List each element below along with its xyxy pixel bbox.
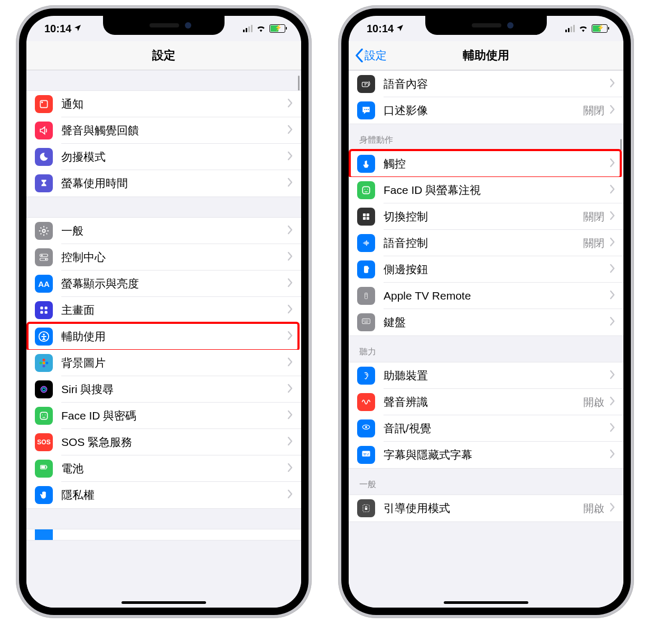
accessibility-row-touch[interactable]: 觸控 [349,150,623,177]
nav-header: 設定 [26,41,301,70]
keyboard-icon [357,313,375,331]
svg-point-2 [42,229,45,232]
battery-icon [35,460,53,478]
accessibility-row-soundrecog[interactable]: 聲音辨識開啟 [349,389,623,415]
hearing-icon [357,367,375,385]
section-header-hearing: 聽力 [349,336,623,362]
svg-point-44 [367,296,367,296]
settings-row-accessibility[interactable]: 輔助使用 [26,323,301,350]
settings-row-display[interactable]: AA螢幕顯示與亮度 [26,271,301,297]
status-time: 10:14 [367,23,394,35]
svg-rect-21 [40,412,47,419]
chevron-right-icon [287,151,293,163]
chevron-right-icon [610,370,615,381]
chevron-right-icon [287,463,293,474]
accessibility-icon [35,328,53,346]
svg-rect-26 [41,466,45,469]
chevron-right-icon [287,251,293,263]
accessibility-row-sidebutton[interactable]: 側邊按鈕 [349,256,623,283]
row-label: Apple TV Remote [384,290,610,302]
row-label: 語音內容 [384,77,610,91]
accessibility-row-hearing[interactable]: 助聽裝置 [349,362,623,389]
homescreen-icon [35,301,53,319]
settings-row-dnd[interactable]: 勿擾模式 [26,144,301,170]
settings-row-appstore[interactable] [26,529,301,540]
svg-point-1 [41,101,43,103]
svg-point-47 [365,426,367,428]
settings-row-sounds[interactable]: 聲音與觸覺回饋 [26,117,301,144]
soundrecog-icon [357,393,375,411]
settings-row-controlcenter[interactable]: 控制中心 [26,244,301,271]
row-detail: 開啟 [583,395,604,409]
content-right[interactable]: 語音內容口述影像關閉 身體動作 觸控Face ID 與螢幕注視切換控制關閉語音控… [349,70,623,608]
svg-rect-27 [362,82,369,87]
home-indicator[interactable] [122,601,206,604]
nav-header: 設定 輔助使用 [349,41,623,70]
settings-row-screentime[interactable]: 螢幕使用時間 [26,170,301,197]
svg-rect-40 [368,267,369,269]
row-label: 聲音辨識 [384,395,583,409]
settings-row-notifications[interactable]: 通知 [26,90,301,117]
accessibility-row-subtitles[interactable]: 字幕與隱藏式字幕 [349,442,623,469]
cellular-icon [565,25,575,32]
sos-icon: SOS [35,433,53,451]
phone-mockup-right: 10:14 ⚡ 設定 輔助使用 語音內容口述影像關閉 身體動作 觸控Face I… [338,5,634,618]
svg-rect-34 [363,213,366,216]
faceattn-icon [357,181,375,199]
back-button[interactable]: 設定 [355,48,387,63]
chevron-right-icon [610,502,615,514]
row-label: 主畫面 [61,303,287,318]
accessibility-row-guided[interactable]: 引導使用模式開啟 [349,495,623,522]
chevron-right-icon [610,316,615,328]
row-detail: 關閉 [583,210,604,224]
row-label: Siri 與搜尋 [61,382,287,397]
svg-point-16 [40,362,42,365]
row-label: 觸控 [384,156,610,171]
row-label: 音訊/視覺 [384,421,610,436]
svg-rect-10 [45,311,48,314]
settings-row-wallpaper[interactable]: 背景圖片 [26,350,301,376]
row-label: SOS 緊急服務 [61,435,287,450]
row-label: 控制中心 [61,250,287,265]
accessibility-row-audiodesc[interactable]: 口述影像關閉 [349,97,623,124]
svg-point-6 [45,258,46,260]
svg-rect-37 [367,217,369,220]
general-icon [35,222,53,240]
home-indicator[interactable] [444,601,528,604]
svg-point-32 [365,189,366,190]
settings-row-sos[interactable]: SOSSOS 緊急服務 [26,429,301,455]
accessibility-row-appletv[interactable]: Apple TV Remote [349,283,623,309]
row-label: 螢幕顯示與亮度 [61,276,287,291]
status-time: 10:14 [44,23,71,35]
settings-row-homescreen[interactable]: 主畫面 [26,297,301,323]
svg-point-42 [366,294,367,295]
content-left[interactable]: 通知聲音與觸覺回饋勿擾模式螢幕使用時間 一般控制中心AA螢幕顯示與亮度主畫面輔助… [26,70,301,608]
svg-rect-25 [46,466,47,468]
settings-row-faceid[interactable]: Face ID 與密碼 [26,403,301,429]
notch [425,16,547,35]
accessibility-row-audiovisual[interactable]: 音訊/視覺 [349,415,623,442]
accessibility-row-faceattn[interactable]: Face ID 與螢幕注視 [349,177,623,203]
row-label: Face ID 與螢幕注視 [384,183,610,198]
screen-left: 10:14 ⚡ 設定 通知聲音與觸覺回饋勿擾模式螢幕使用時間 一般控制中心AA螢… [26,16,301,608]
chevron-right-icon [287,98,293,110]
chevron-right-icon [287,225,293,237]
display-icon: AA [35,275,53,293]
svg-rect-0 [40,100,47,107]
chevron-right-icon [287,489,293,501]
row-label: 引導使用模式 [384,501,583,516]
section-header-general: 一般 [349,469,623,495]
cellular-icon [243,25,253,32]
row-detail: 關閉 [583,236,604,250]
accessibility-row-switch[interactable]: 切換控制關閉 [349,203,623,230]
settings-row-privacy[interactable]: 隱私權 [26,482,301,509]
row-label: 勿擾模式 [61,150,287,164]
settings-row-general[interactable]: 一般 [26,217,301,244]
settings-row-siri[interactable]: Siri 與搜尋 [26,376,301,403]
accessibility-row-spoken[interactable]: 語音內容 [349,70,623,97]
notifications-icon [35,95,53,113]
accessibility-row-voicecontrol[interactable]: 語音控制關閉 [349,230,623,256]
settings-row-battery[interactable]: 電池 [26,455,301,482]
chevron-right-icon [610,290,615,302]
accessibility-row-keyboard[interactable]: 鍵盤 [349,309,623,336]
